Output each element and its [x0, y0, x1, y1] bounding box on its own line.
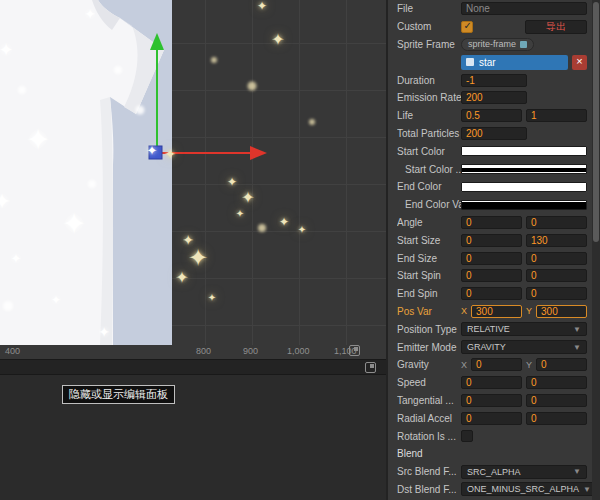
end-color-var-label: End Color Var — [405, 199, 461, 210]
row-custom: Custom 导出 — [388, 18, 600, 36]
row-start-color: Start Color — [388, 142, 600, 160]
inspector-panel: File None Custom 导出 Sprite Frame sprite-… — [386, 0, 600, 500]
start-size-input[interactable]: 0 — [461, 234, 522, 247]
dst-blend-label: Dst Blend F... — [397, 484, 461, 495]
pos-var-x-input[interactable]: 300 — [471, 305, 522, 318]
emission-rate-input[interactable]: 200 — [461, 91, 527, 104]
start-spin-var-input[interactable]: 0 — [526, 269, 587, 282]
custom-label: Custom — [397, 21, 461, 32]
clear-asset-button[interactable]: × — [572, 55, 587, 70]
gravity-label: Gravity — [397, 359, 461, 370]
sprite-frame-label: Sprite Frame — [397, 39, 461, 50]
gizmo-x-arrowhead-icon[interactable] — [250, 146, 267, 160]
inspector-scrollbar[interactable] — [592, 0, 600, 500]
scene-ruler: 4008009001,0001,100 — [0, 345, 386, 359]
tangential-var-input[interactable]: 0 — [526, 394, 587, 407]
scene-view[interactable]: ✦✦✦✦✦✦✦✦✦✦✦✦✦✦✦✦✦✦✦✦✦ 4008009001,0001,10… — [0, 0, 386, 359]
total-particles-label: Total Particles — [397, 128, 461, 139]
chevron-down-icon: ▼ — [583, 485, 591, 494]
editor-panel-toggle-icon[interactable] — [365, 362, 376, 373]
row-total-particles: Total Particles 200 — [388, 125, 600, 143]
blend-section-label: Blend — [397, 448, 461, 459]
start-size-label: Start Size — [397, 235, 461, 246]
row-sprite-frame: Sprite Frame sprite-frame — [388, 36, 600, 54]
emitter-mode-value: GRAVITY — [467, 342, 506, 352]
row-tangential: Tangential ... 0 0 — [388, 392, 600, 410]
gravity-y-input[interactable]: 0 — [536, 358, 587, 371]
end-size-input[interactable]: 0 — [461, 252, 522, 265]
src-blend-label: Src Blend F... — [397, 466, 461, 477]
start-size-var-input[interactable]: 130 — [526, 234, 587, 247]
gizmo-y-arrowhead-icon[interactable] — [150, 33, 164, 50]
row-sprite-frame-asset: star × — [388, 53, 600, 71]
position-type-select[interactable]: RELATIVE ▼ — [461, 322, 587, 336]
life-label: Life — [397, 110, 461, 121]
end-color-var-swatch[interactable] — [461, 200, 587, 210]
start-color-var-swatch[interactable] — [461, 164, 587, 174]
inspector-scrollbar-thumb[interactable] — [593, 2, 599, 242]
chevron-down-icon: ▼ — [573, 325, 581, 334]
pos-var-y-input[interactable]: 300 — [536, 305, 587, 318]
duration-label: Duration — [397, 75, 461, 86]
end-color-swatch[interactable] — [461, 182, 587, 192]
row-end-color: End Color — [388, 178, 600, 196]
duration-input[interactable]: -1 — [461, 74, 527, 87]
move-gizmo — [0, 0, 386, 359]
speed-label: Speed — [397, 377, 461, 388]
chevron-down-icon: ▼ — [573, 343, 581, 352]
dst-blend-select[interactable]: ONE_MINUS_SRC_ALPHA ▼ — [461, 482, 597, 496]
asset-link-icon — [520, 41, 527, 48]
ruler-tick: 900 — [243, 346, 258, 356]
end-size-var-input[interactable]: 0 — [526, 252, 587, 265]
sprite-frame-asset-name: star — [479, 57, 496, 68]
custom-checkbox[interactable] — [461, 21, 473, 33]
row-position-type: Position Type RELATIVE ▼ — [388, 320, 600, 338]
row-emission-rate: Emission Rate 200 — [388, 89, 600, 107]
row-end-size: End Size 0 0 — [388, 249, 600, 267]
row-gravity: Gravity X 0 Y 0 — [388, 356, 600, 374]
ruler-tick: 1,000 — [287, 346, 310, 356]
speed-var-input[interactable]: 0 — [526, 376, 587, 389]
emitter-mode-select[interactable]: GRAVITY ▼ — [461, 340, 587, 354]
radial-accel-var-input[interactable]: 0 — [526, 412, 587, 425]
end-spin-var-input[interactable]: 0 — [526, 287, 587, 300]
angle-input[interactable]: 0 — [461, 216, 522, 229]
tangential-input[interactable]: 0 — [461, 394, 522, 407]
speed-input[interactable]: 0 — [461, 376, 522, 389]
position-type-label: Position Type — [397, 324, 461, 335]
total-particles-input[interactable]: 200 — [461, 127, 527, 140]
timeline-panel: 隐藏或显示编辑面板 — [0, 359, 386, 500]
start-color-swatch[interactable] — [461, 146, 587, 156]
gizmo-origin-handle[interactable] — [149, 146, 162, 159]
end-spin-label: End Spin — [397, 288, 461, 299]
life-input[interactable]: 0.5 — [461, 109, 522, 122]
row-src-blend: Src Blend F... SRC_ALPHA ▼ — [388, 463, 600, 481]
row-speed: Speed 0 0 — [388, 374, 600, 392]
radial-accel-input[interactable]: 0 — [461, 412, 522, 425]
gravity-x-input[interactable]: 0 — [471, 358, 522, 371]
rotation-is-label: Rotation Is ... — [397, 431, 461, 442]
ruler-tick: 400 — [5, 346, 20, 356]
row-life: Life 0.5 1 — [388, 107, 600, 125]
start-spin-input[interactable]: 0 — [461, 269, 522, 282]
scene-panel-toggle-icon[interactable] — [349, 345, 360, 356]
rotation-is-checkbox[interactable] — [461, 430, 473, 442]
row-start-size: Start Size 0 130 — [388, 231, 600, 249]
row-rotation-is: Rotation Is ... — [388, 427, 600, 445]
row-pos-var: Pos Var X 300 Y 300 — [388, 303, 600, 321]
emitter-mode-label: Emitter Mode — [397, 342, 461, 353]
start-color-var-label: Start Color ... — [405, 164, 461, 175]
life-var-input[interactable]: 1 — [526, 109, 587, 122]
row-file: File None — [388, 0, 600, 18]
end-color-label: End Color — [397, 181, 461, 192]
export-button[interactable]: 导出 — [525, 20, 587, 34]
src-blend-select[interactable]: SRC_ALPHA ▼ — [461, 465, 587, 479]
row-start-spin: Start Spin 0 0 — [388, 267, 600, 285]
angle-var-input[interactable]: 0 — [526, 216, 587, 229]
dst-blend-value: ONE_MINUS_SRC_ALPHA — [467, 484, 579, 494]
y-axis-label: Y — [526, 306, 532, 316]
sprite-frame-asset-field[interactable]: star — [461, 55, 568, 70]
row-radial-accel: Radial Accel 0 0 — [388, 409, 600, 427]
end-spin-input[interactable]: 0 — [461, 287, 522, 300]
file-input[interactable]: None — [461, 2, 587, 15]
